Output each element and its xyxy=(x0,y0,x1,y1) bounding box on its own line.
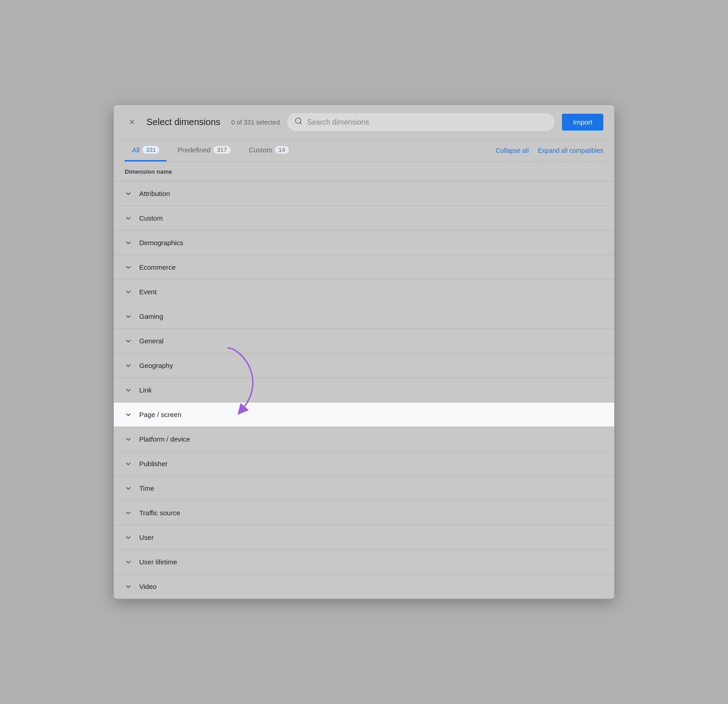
chevron-down-icon xyxy=(125,509,134,517)
dimension-row[interactable]: Geography xyxy=(114,353,614,378)
tabs: All 331 Predefined 317 Custom 14 xyxy=(125,140,496,161)
tab-custom-label: Custom xyxy=(249,146,273,154)
chevron-down-icon xyxy=(125,288,134,296)
tab-predefined-label: Predefined xyxy=(177,146,211,154)
dimension-label: User lifetime xyxy=(139,558,177,566)
dimension-row[interactable]: Attribution xyxy=(114,181,614,206)
dimension-label: General xyxy=(139,337,163,345)
dimension-row[interactable]: Gaming xyxy=(114,304,614,329)
tab-custom-badge: 14 xyxy=(275,146,288,154)
modal-title: Select dimensions xyxy=(147,117,220,127)
dimension-label: Ecommerce xyxy=(139,263,176,271)
modal-header: × Select dimensions 0 of 331 selected Im… xyxy=(114,105,614,140)
search-bar[interactable] xyxy=(287,113,555,131)
import-button[interactable]: Import xyxy=(562,114,603,131)
tab-custom[interactable]: Custom 14 xyxy=(242,140,296,161)
table-header: Dimension name xyxy=(114,162,614,181)
chevron-down-icon xyxy=(125,337,134,345)
chevron-down-icon xyxy=(125,239,134,246)
dimension-row[interactable]: Traffic source xyxy=(114,501,614,525)
dimension-row[interactable]: Demographics xyxy=(114,231,614,255)
chevron-down-icon xyxy=(125,362,134,369)
dimension-label: Event xyxy=(139,288,157,296)
dimension-label: Attribution xyxy=(139,190,170,197)
tab-all-label: All xyxy=(132,146,140,154)
close-icon: × xyxy=(129,117,135,127)
dimension-label: Video xyxy=(139,583,157,590)
chevron-down-icon xyxy=(125,583,134,590)
dimension-label: Custom xyxy=(139,214,163,222)
dimension-label: Gaming xyxy=(139,312,163,320)
dimension-label: Page / screen xyxy=(139,411,182,418)
chevron-down-icon xyxy=(125,215,134,222)
dimension-row[interactable]: Link xyxy=(114,378,614,402)
dimension-row[interactable]: Event xyxy=(114,280,614,304)
dimension-name-column-header: Dimension name xyxy=(125,168,172,175)
dimension-label: User xyxy=(139,533,154,541)
chevron-down-icon xyxy=(125,264,134,271)
chevron-down-icon xyxy=(125,387,134,394)
tabs-row: All 331 Predefined 317 Custom 14 Collaps… xyxy=(114,140,614,162)
dimension-list: Attribution Custom Demographics Ecommerc… xyxy=(114,181,614,599)
select-dimensions-modal: × Select dimensions 0 of 331 selected Im… xyxy=(114,105,614,599)
dimension-row[interactable]: User lifetime xyxy=(114,550,614,574)
chevron-down-icon xyxy=(125,190,134,197)
collapse-all-button[interactable]: Collapse all xyxy=(496,147,529,154)
chevron-down-icon xyxy=(125,411,134,418)
svg-line-1 xyxy=(300,122,301,124)
dimension-label: Publisher xyxy=(139,460,168,468)
expand-all-compatibles-button[interactable]: Expand all compatibles xyxy=(538,147,603,154)
chevron-down-icon xyxy=(125,436,134,443)
dimension-row[interactable]: Platform / device xyxy=(114,427,614,452)
chevron-down-icon xyxy=(125,534,134,541)
dimension-label: Traffic source xyxy=(139,509,180,517)
dimension-row[interactable]: Custom xyxy=(114,206,614,231)
tab-predefined[interactable]: Predefined 317 xyxy=(170,140,238,161)
dimension-label: Time xyxy=(139,484,154,492)
search-input[interactable] xyxy=(307,118,548,126)
selection-count: 0 of 331 selected xyxy=(231,119,280,126)
dimension-label: Geography xyxy=(139,362,173,369)
chevron-down-icon xyxy=(125,460,134,468)
dimension-row[interactable]: Video xyxy=(114,574,614,599)
close-button[interactable]: × xyxy=(125,115,139,130)
dimension-label: Platform / device xyxy=(139,435,190,443)
tab-all[interactable]: All 331 xyxy=(125,140,167,161)
tab-all-badge: 331 xyxy=(142,146,160,154)
dimension-label: Link xyxy=(139,386,152,394)
dimension-row-page-screen[interactable]: Page / screen xyxy=(114,402,614,427)
tab-predefined-badge: 317 xyxy=(213,146,231,154)
chevron-down-icon xyxy=(125,485,134,492)
dimension-row[interactable]: General xyxy=(114,329,614,353)
tab-actions: Collapse all Expand all compatibles xyxy=(496,147,603,154)
chevron-down-icon xyxy=(125,313,134,320)
dimension-row[interactable]: Time xyxy=(114,476,614,501)
dimension-label: Demographics xyxy=(139,239,183,246)
dimension-row[interactable]: Publisher xyxy=(114,452,614,476)
dimension-row[interactable]: User xyxy=(114,525,614,550)
dimension-row[interactable]: Ecommerce xyxy=(114,255,614,280)
search-icon xyxy=(294,117,303,127)
chevron-down-icon xyxy=(125,558,134,566)
